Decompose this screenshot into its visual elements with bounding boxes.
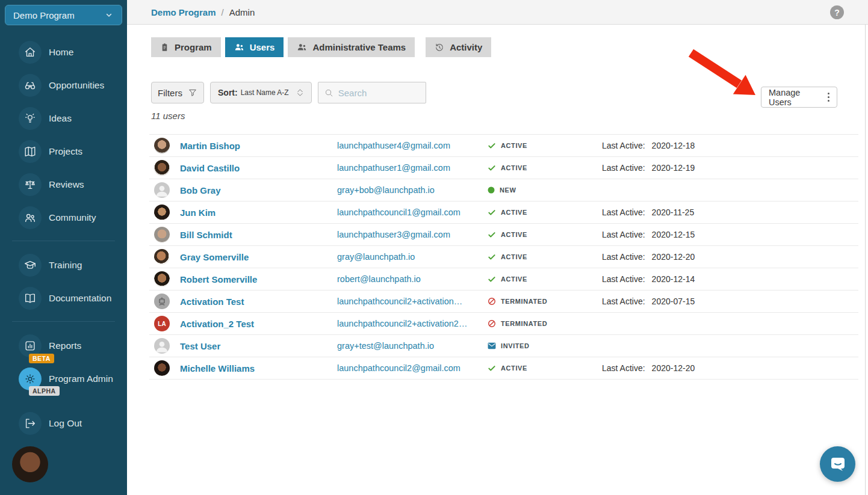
- sidebar-item-label: Ideas: [49, 113, 72, 124]
- breadcrumb-program-link[interactable]: Demo Program: [151, 7, 216, 17]
- home-icon: [19, 41, 42, 64]
- user-email-link[interactable]: launchpathcouncil2@gmail.com: [337, 363, 460, 373]
- user-email-link[interactable]: gray+test@launchpath.io: [337, 341, 434, 351]
- user-status-cell: INVITED: [488, 342, 602, 349]
- user-avatar: [154, 182, 170, 198]
- last-active-date: 2020-11-25: [652, 208, 695, 217]
- chat-launcher-button[interactable]: [820, 446, 855, 482]
- user-email-link[interactable]: launchpathcouncil2+activation…: [337, 297, 462, 306]
- user-email-link[interactable]: launchpathcouncil1@gmail.com: [337, 208, 460, 217]
- app-root: Demo Program Home Opportunities Idea: [0, 0, 868, 495]
- last-active-date: 2020-12-15: [652, 230, 695, 239]
- status-label: ACTIVE: [501, 364, 527, 372]
- filters-button[interactable]: Filters: [151, 82, 204, 103]
- sort-button[interactable]: Sort: Last Name A-Z: [210, 82, 312, 103]
- user-avatar: [154, 338, 170, 354]
- user-avatar: [154, 249, 170, 265]
- user-email-link[interactable]: robert@launchpath.io: [337, 274, 421, 284]
- tab-label: Users: [250, 42, 275, 52]
- tab-program[interactable]: Program: [151, 37, 221, 57]
- user-name-link[interactable]: Robert Somerville: [180, 274, 257, 284]
- chat-bubble-icon: [829, 457, 846, 472]
- sidebar-item-opportunities[interactable]: Opportunities: [0, 69, 127, 102]
- user-email-cell: gray+test@launchpath.io: [337, 341, 488, 351]
- user-email-link[interactable]: gray+bob@launchpath.io: [337, 185, 435, 195]
- last-active-label: Last Active:: [602, 141, 645, 150]
- help-icon[interactable]: ?: [830, 5, 844, 19]
- user-email-link[interactable]: launchpathuser1@gmail.com: [337, 163, 450, 173]
- user-name-link[interactable]: Jun Kim: [180, 208, 215, 218]
- last-active-cell: Last Active: 2020-12-15: [602, 230, 695, 239]
- chevron-down-icon: [104, 10, 114, 20]
- content-edge-divider: [865, 25, 866, 495]
- manage-users-button[interactable]: Manage Users: [761, 87, 837, 108]
- user-name-link[interactable]: Bob Gray: [180, 185, 221, 195]
- last-active-label: Last Active:: [602, 252, 645, 262]
- last-active-label: Last Active:: [602, 230, 645, 239]
- sidebar-item-label: Projects: [49, 146, 82, 157]
- check-icon: [488, 275, 496, 283]
- last-active-cell: Last Active: 2020-07-15: [602, 297, 695, 306]
- user-name-link[interactable]: Gray Somerville: [180, 252, 249, 262]
- status-label: ACTIVE: [501, 275, 527, 283]
- sidebar-item-home[interactable]: Home: [0, 35, 127, 69]
- sidebar-item-projects[interactable]: Projects: [0, 135, 127, 168]
- binoculars-icon: [19, 74, 42, 97]
- status-label: ACTIVE: [501, 164, 527, 171]
- sidebar-item-logout[interactable]: Log Out: [0, 407, 127, 440]
- user-email-link[interactable]: gray@launchpath.io: [337, 252, 415, 262]
- sidebar: Demo Program Home Opportunities Idea: [0, 0, 127, 495]
- sidebar-item-label: Program Admin: [49, 374, 113, 384]
- last-active-label: Last Active:: [602, 274, 645, 284]
- user-row: David Castillo launchpathuser1@gmail.com…: [149, 157, 858, 179]
- user-name-link[interactable]: Bill Schmidt: [180, 230, 232, 240]
- user-name-link[interactable]: Activation_2 Test: [180, 319, 254, 329]
- user-name-link[interactable]: Activation Test: [180, 297, 244, 307]
- user-avatar: [154, 360, 170, 376]
- sidebar-item-reviews[interactable]: Reviews: [0, 168, 127, 201]
- user-email-cell: gray@launchpath.io: [337, 252, 488, 262]
- search-input[interactable]: [338, 88, 417, 98]
- user-name-cell: Gray Somerville: [180, 252, 337, 262]
- tab-activity[interactable]: Activity: [426, 37, 491, 57]
- user-email-link[interactable]: launchpathcouncil2+activation2…: [337, 319, 467, 328]
- last-active-date: 2020-12-20: [652, 252, 695, 262]
- annotation-arrow: [687, 48, 763, 102]
- user-name-cell: Test User: [180, 341, 337, 351]
- user-name-cell: Robert Somerville: [180, 274, 337, 284]
- user-row: Martin Bishop launchpathuser4@gmail.com …: [149, 135, 858, 157]
- tab-administrative-teams[interactable]: Administrative Teams: [288, 37, 415, 57]
- user-name-link[interactable]: Michelle Williams: [180, 363, 255, 374]
- sidebar-item-ideas[interactable]: Ideas: [0, 102, 127, 135]
- kebab-menu-icon: [828, 92, 829, 103]
- user-name-link[interactable]: Test User: [180, 341, 220, 351]
- user-email-link[interactable]: launchpathuser4@gmail.com: [337, 141, 450, 150]
- user-email-link[interactable]: launchpathuser3@gmail.com: [337, 230, 450, 239]
- sidebar-item-program-admin[interactable]: Program Admin ALPHA: [0, 362, 127, 395]
- user-avatar: [154, 204, 170, 220]
- new-dot-icon: [488, 186, 495, 194]
- user-email-cell: launchpathuser1@gmail.com: [337, 163, 488, 173]
- user-name-link[interactable]: David Castillo: [180, 163, 240, 173]
- open-book-icon: [19, 287, 42, 310]
- user-name-link[interactable]: Martin Bishop: [180, 141, 240, 151]
- check-icon: [488, 364, 496, 372]
- user-avatar: [154, 160, 170, 176]
- user-name-cell: Bill Schmidt: [180, 230, 337, 240]
- sidebar-item-training[interactable]: Training: [0, 248, 127, 281]
- sidebar-item-documentation[interactable]: Documentation: [0, 281, 127, 315]
- user-row: Robert Somerville robert@launchpath.io A…: [149, 268, 858, 291]
- last-active-label: Last Active:: [602, 297, 645, 306]
- user-status-cell: ACTIVE: [488, 141, 602, 150]
- user-avatar: [154, 271, 170, 287]
- funnel-icon: [188, 88, 197, 97]
- current-user-avatar[interactable]: [12, 446, 48, 482]
- program-selector-dropdown[interactable]: Demo Program: [5, 5, 122, 25]
- envelope-icon: [488, 342, 496, 349]
- search-icon: [324, 88, 333, 97]
- tab-users[interactable]: Users: [225, 37, 284, 57]
- no-entry-icon: [488, 297, 496, 306]
- sidebar-item-community[interactable]: Community: [0, 201, 127, 234]
- tab-label: Program: [175, 42, 212, 52]
- sidebar-item-reports[interactable]: Reports BETA: [0, 329, 127, 362]
